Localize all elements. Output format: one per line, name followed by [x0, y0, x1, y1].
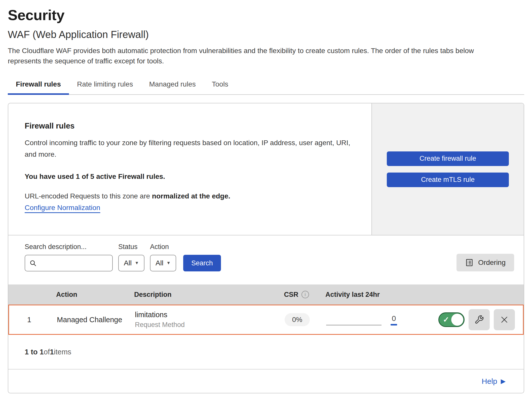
header-csr: CSR i: [268, 291, 325, 299]
check-icon: ✓: [443, 315, 449, 324]
action-label: Action: [150, 243, 176, 251]
chevron-down-icon: ▼: [135, 261, 139, 266]
pagination-items: items: [54, 348, 71, 356]
sparkline-baseline: [326, 325, 382, 325]
firewall-rules-info: Firewall rules Control incoming traffic …: [8, 103, 371, 235]
ordering-button-label: Ordering: [478, 259, 506, 267]
header-csr-label: CSR: [284, 291, 298, 299]
card-top-section: Firewall rules Control incoming traffic …: [8, 103, 524, 235]
wrench-icon: [474, 315, 484, 324]
search-label: Search description...: [25, 243, 113, 251]
csr-badge: 0%: [285, 313, 310, 326]
rule-activity-cell: 0: [326, 314, 432, 325]
search-button[interactable]: Search: [183, 255, 221, 271]
help-arrow-icon: ▶: [501, 378, 506, 385]
normalization-note: URL-encoded Requests to this zone are no…: [25, 192, 356, 200]
status-label: Status: [118, 243, 144, 251]
ordering-button[interactable]: Ordering: [457, 254, 514, 271]
card-actions-panel: Create firewall rule Create mTLS rule: [371, 103, 524, 235]
search-icon: [29, 259, 37, 267]
rule-description: limitations: [135, 311, 268, 319]
card-description: Control incoming traffic to your zone by…: [25, 137, 354, 160]
search-input-box[interactable]: [25, 255, 113, 271]
tab-tools[interactable]: Tools: [204, 76, 236, 94]
activity-sparkline: 0: [326, 314, 432, 325]
rule-priority: 1: [9, 316, 49, 324]
card-heading: Firewall rules: [25, 121, 356, 131]
header-action: Action: [49, 291, 134, 299]
rule-description-cell: limitations Request Method: [135, 311, 268, 329]
header-activity: Activity last 24hr: [325, 291, 431, 299]
rule-controls-cell: ✓: [432, 309, 523, 330]
pagination-of: of: [44, 348, 50, 356]
page-subtitle: WAF (Web Application Firewall): [8, 29, 524, 40]
edit-rule-button[interactable]: [469, 309, 490, 330]
status-dropdown[interactable]: All ▼: [118, 255, 144, 271]
tab-firewall-rules[interactable]: Firewall rules: [8, 76, 69, 94]
normalization-bold-text: normalized at the edge.: [152, 192, 230, 200]
rules-tab-bar: Firewall rules Rate limiting rules Manag…: [8, 76, 524, 95]
status-filter-group: Status All ▼: [118, 243, 144, 271]
action-dropdown[interactable]: All ▼: [150, 255, 176, 271]
close-icon: [500, 315, 509, 324]
delete-rule-button[interactable]: [494, 309, 515, 330]
activity-count-link[interactable]: 0: [391, 314, 397, 325]
tab-rate-limiting-rules[interactable]: Rate limiting rules: [69, 76, 141, 94]
rule-action: Managed Challenge: [49, 316, 135, 324]
status-dropdown-value: All: [124, 259, 132, 267]
activity-count: 0: [392, 314, 396, 323]
rule-enabled-toggle[interactable]: ✓: [438, 312, 465, 327]
usage-summary: You have used 1 of 5 active Firewall rul…: [25, 173, 356, 181]
card-footer: Help ▶: [8, 369, 524, 393]
normalization-text: URL-encoded Requests to this zone are: [25, 192, 152, 200]
rules-table-header: Action Description CSR i Activity last 2…: [8, 284, 524, 305]
info-icon[interactable]: i: [301, 291, 309, 298]
create-firewall-rule-button[interactable]: Create firewall rule: [387, 151, 509, 166]
page-title: Security: [8, 7, 524, 23]
activity-count-underline: [391, 324, 397, 325]
firewall-rules-card: Firewall rules Control incoming traffic …: [8, 103, 524, 393]
header-description: Description: [134, 291, 268, 299]
chevron-down-icon: ▼: [166, 261, 171, 266]
pagination-range: 1 to 1: [25, 348, 44, 356]
pagination-summary: 1 to 1 of 1 items: [8, 335, 524, 369]
search-filter-group: Search description...: [25, 243, 113, 271]
pagination-total: 1: [50, 348, 54, 356]
ordering-list-icon: [465, 258, 474, 267]
toggle-knob: [451, 314, 463, 326]
security-waf-page: Security WAF (Web Application Firewall) …: [0, 0, 532, 393]
create-mtls-rule-button[interactable]: Create mTLS rule: [387, 173, 509, 187]
page-description: The Cloudflare WAF provides both automat…: [8, 46, 507, 66]
action-filter-group: Action All ▼: [150, 243, 176, 271]
rule-csr-cell: 0%: [268, 313, 326, 326]
action-dropdown-value: All: [156, 259, 163, 267]
rule-expression: Request Method: [135, 321, 268, 329]
tab-managed-rules[interactable]: Managed rules: [141, 76, 204, 94]
filter-toolbar: Search description... Status All ▼: [8, 235, 524, 284]
help-link[interactable]: Help: [482, 377, 497, 386]
search-input[interactable]: [39, 259, 108, 267]
configure-normalization-link[interactable]: Configure Normalization: [25, 204, 100, 212]
table-row: 1 Managed Challenge limitations Request …: [8, 305, 524, 335]
